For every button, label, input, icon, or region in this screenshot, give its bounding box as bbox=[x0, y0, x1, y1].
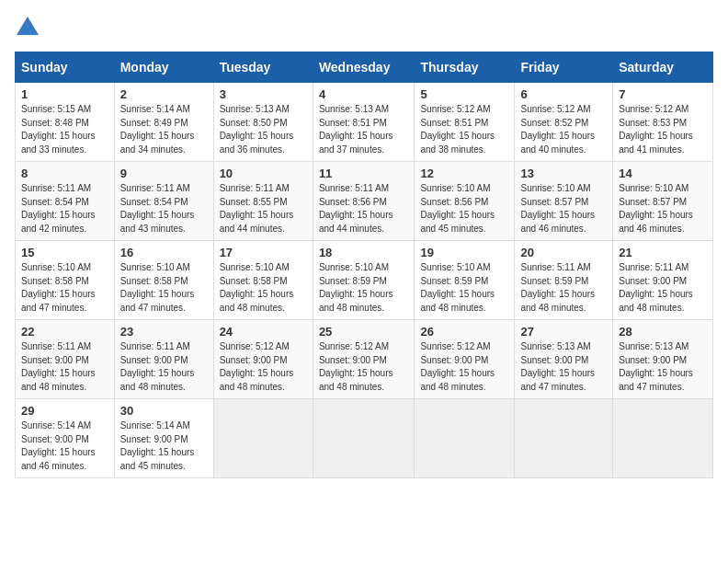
day-number: 16 bbox=[120, 246, 208, 259]
calendar-cell: 17Sunrise: 5:10 AMSunset: 8:58 PMDayligh… bbox=[213, 241, 313, 320]
calendar-cell: 12Sunrise: 5:10 AMSunset: 8:56 PMDayligh… bbox=[415, 162, 515, 241]
calendar-cell: 26Sunrise: 5:12 AMSunset: 9:00 PMDayligh… bbox=[415, 320, 515, 399]
day-info: Sunrise: 5:13 AMSunset: 8:51 PMDaylight:… bbox=[319, 103, 409, 156]
calendar-week-row: 15Sunrise: 5:10 AMSunset: 8:58 PMDayligh… bbox=[16, 241, 713, 320]
calendar-cell: 13Sunrise: 5:10 AMSunset: 8:57 PMDayligh… bbox=[515, 162, 613, 241]
day-info: Sunrise: 5:10 AMSunset: 8:57 PMDaylight:… bbox=[619, 182, 707, 236]
day-number: 21 bbox=[619, 246, 707, 259]
day-number: 18 bbox=[319, 246, 409, 259]
weekday-header-friday: Friday bbox=[515, 52, 613, 83]
day-number: 19 bbox=[420, 246, 508, 259]
calendar-cell: 24Sunrise: 5:12 AMSunset: 9:00 PMDayligh… bbox=[213, 320, 313, 399]
weekday-header-saturday: Saturday bbox=[613, 52, 713, 83]
day-info: Sunrise: 5:14 AMSunset: 9:00 PMDaylight:… bbox=[120, 419, 208, 473]
day-number: 24 bbox=[220, 325, 307, 339]
day-info: Sunrise: 5:15 AMSunset: 8:48 PMDaylight:… bbox=[21, 103, 108, 156]
logo bbox=[15, 15, 44, 40]
calendar-cell bbox=[515, 399, 613, 478]
day-info: Sunrise: 5:12 AMSunset: 9:00 PMDaylight:… bbox=[319, 340, 409, 394]
day-number: 3 bbox=[220, 87, 307, 101]
calendar-header-row: SundayMondayTuesdayWednesdayThursdayFrid… bbox=[16, 52, 713, 83]
day-info: Sunrise: 5:11 AMSunset: 8:54 PMDaylight:… bbox=[21, 182, 108, 236]
day-number: 4 bbox=[319, 87, 409, 101]
calendar-cell: 3Sunrise: 5:13 AMSunset: 8:50 PMDaylight… bbox=[213, 83, 313, 162]
calendar-cell: 25Sunrise: 5:12 AMSunset: 9:00 PMDayligh… bbox=[313, 320, 415, 399]
calendar-cell: 9Sunrise: 5:11 AMSunset: 8:54 PMDaylight… bbox=[114, 162, 213, 241]
calendar-cell: 18Sunrise: 5:10 AMSunset: 8:59 PMDayligh… bbox=[313, 241, 415, 320]
logo-icon bbox=[15, 15, 40, 40]
day-number: 1 bbox=[21, 87, 108, 101]
day-info: Sunrise: 5:12 AMSunset: 9:00 PMDaylight:… bbox=[420, 340, 508, 394]
calendar-cell: 27Sunrise: 5:13 AMSunset: 9:00 PMDayligh… bbox=[515, 320, 613, 399]
day-number: 7 bbox=[619, 87, 707, 101]
header bbox=[15, 15, 713, 40]
calendar-cell bbox=[213, 399, 313, 478]
calendar-week-row: 22Sunrise: 5:11 AMSunset: 9:00 PMDayligh… bbox=[16, 320, 713, 399]
day-info: Sunrise: 5:11 AMSunset: 8:59 PMDaylight:… bbox=[520, 261, 607, 315]
day-number: 29 bbox=[21, 404, 108, 418]
calendar-cell: 14Sunrise: 5:10 AMSunset: 8:57 PMDayligh… bbox=[613, 162, 713, 241]
calendar-cell: 28Sunrise: 5:13 AMSunset: 9:00 PMDayligh… bbox=[613, 320, 713, 399]
weekday-header-sunday: Sunday bbox=[16, 52, 115, 83]
calendar-cell: 1Sunrise: 5:15 AMSunset: 8:48 PMDaylight… bbox=[16, 83, 115, 162]
day-number: 2 bbox=[120, 87, 208, 101]
calendar-cell: 2Sunrise: 5:14 AMSunset: 8:49 PMDaylight… bbox=[114, 83, 213, 162]
day-number: 10 bbox=[220, 167, 307, 180]
calendar-cell: 19Sunrise: 5:10 AMSunset: 8:59 PMDayligh… bbox=[415, 241, 515, 320]
calendar-cell: 29Sunrise: 5:14 AMSunset: 9:00 PMDayligh… bbox=[16, 399, 115, 478]
day-info: Sunrise: 5:11 AMSunset: 9:00 PMDaylight:… bbox=[120, 340, 208, 394]
calendar-table: SundayMondayTuesdayWednesdayThursdayFrid… bbox=[15, 52, 713, 478]
day-number: 13 bbox=[520, 167, 607, 180]
day-info: Sunrise: 5:10 AMSunset: 8:58 PMDaylight:… bbox=[120, 261, 208, 315]
calendar-cell bbox=[613, 399, 713, 478]
calendar-cell: 11Sunrise: 5:11 AMSunset: 8:56 PMDayligh… bbox=[313, 162, 415, 241]
day-info: Sunrise: 5:14 AMSunset: 8:49 PMDaylight:… bbox=[120, 103, 208, 156]
calendar-cell bbox=[415, 399, 515, 478]
day-info: Sunrise: 5:13 AMSunset: 8:50 PMDaylight:… bbox=[220, 103, 307, 156]
calendar-cell bbox=[313, 399, 415, 478]
day-number: 9 bbox=[120, 167, 208, 180]
calendar-week-row: 29Sunrise: 5:14 AMSunset: 9:00 PMDayligh… bbox=[16, 399, 713, 478]
calendar-cell: 6Sunrise: 5:12 AMSunset: 8:52 PMDaylight… bbox=[515, 83, 613, 162]
calendar-cell: 21Sunrise: 5:11 AMSunset: 9:00 PMDayligh… bbox=[613, 241, 713, 320]
day-info: Sunrise: 5:10 AMSunset: 8:59 PMDaylight:… bbox=[420, 261, 508, 315]
day-info: Sunrise: 5:11 AMSunset: 9:00 PMDaylight:… bbox=[619, 261, 707, 315]
day-info: Sunrise: 5:10 AMSunset: 8:56 PMDaylight:… bbox=[420, 182, 508, 236]
day-info: Sunrise: 5:12 AMSunset: 8:53 PMDaylight:… bbox=[619, 103, 707, 156]
day-info: Sunrise: 5:11 AMSunset: 8:55 PMDaylight:… bbox=[220, 182, 307, 236]
day-number: 22 bbox=[21, 325, 108, 339]
day-info: Sunrise: 5:13 AMSunset: 9:00 PMDaylight:… bbox=[619, 340, 707, 394]
day-info: Sunrise: 5:14 AMSunset: 9:00 PMDaylight:… bbox=[21, 419, 108, 473]
day-info: Sunrise: 5:11 AMSunset: 9:00 PMDaylight:… bbox=[21, 340, 108, 394]
day-number: 15 bbox=[21, 246, 108, 259]
day-number: 11 bbox=[319, 167, 409, 180]
calendar-cell: 10Sunrise: 5:11 AMSunset: 8:55 PMDayligh… bbox=[213, 162, 313, 241]
day-info: Sunrise: 5:10 AMSunset: 8:58 PMDaylight:… bbox=[220, 261, 307, 315]
calendar-cell: 16Sunrise: 5:10 AMSunset: 8:58 PMDayligh… bbox=[114, 241, 213, 320]
day-number: 6 bbox=[520, 87, 607, 101]
calendar-week-row: 8Sunrise: 5:11 AMSunset: 8:54 PMDaylight… bbox=[16, 162, 713, 241]
day-info: Sunrise: 5:12 AMSunset: 9:00 PMDaylight:… bbox=[220, 340, 307, 394]
day-number: 30 bbox=[120, 404, 208, 418]
calendar-week-row: 1Sunrise: 5:15 AMSunset: 8:48 PMDaylight… bbox=[16, 83, 713, 162]
day-info: Sunrise: 5:12 AMSunset: 8:51 PMDaylight:… bbox=[420, 103, 508, 156]
day-info: Sunrise: 5:11 AMSunset: 8:54 PMDaylight:… bbox=[120, 182, 208, 236]
day-number: 25 bbox=[319, 325, 409, 339]
calendar-cell: 5Sunrise: 5:12 AMSunset: 8:51 PMDaylight… bbox=[415, 83, 515, 162]
day-info: Sunrise: 5:12 AMSunset: 8:52 PMDaylight:… bbox=[520, 103, 607, 156]
calendar-cell: 23Sunrise: 5:11 AMSunset: 9:00 PMDayligh… bbox=[114, 320, 213, 399]
day-number: 5 bbox=[420, 87, 508, 101]
day-info: Sunrise: 5:10 AMSunset: 8:57 PMDaylight:… bbox=[520, 182, 607, 236]
day-number: 14 bbox=[619, 167, 707, 180]
day-info: Sunrise: 5:10 AMSunset: 8:58 PMDaylight:… bbox=[21, 261, 108, 315]
day-number: 28 bbox=[619, 325, 707, 339]
calendar-cell: 20Sunrise: 5:11 AMSunset: 8:59 PMDayligh… bbox=[515, 241, 613, 320]
day-number: 12 bbox=[420, 167, 508, 180]
day-info: Sunrise: 5:13 AMSunset: 9:00 PMDaylight:… bbox=[520, 340, 607, 394]
day-info: Sunrise: 5:10 AMSunset: 8:59 PMDaylight:… bbox=[319, 261, 409, 315]
weekday-header-tuesday: Tuesday bbox=[213, 52, 313, 83]
calendar-cell: 22Sunrise: 5:11 AMSunset: 9:00 PMDayligh… bbox=[16, 320, 115, 399]
day-number: 8 bbox=[21, 167, 108, 180]
day-number: 17 bbox=[220, 246, 307, 259]
weekday-header-monday: Monday bbox=[114, 52, 213, 83]
